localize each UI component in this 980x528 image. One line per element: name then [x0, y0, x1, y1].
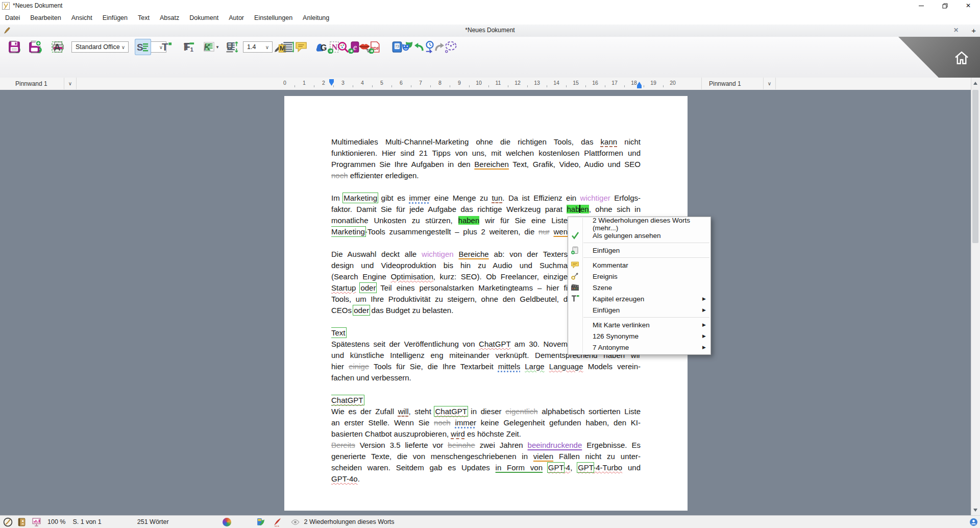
redo-button[interactable] [432, 39, 448, 55]
text-line[interactable]: generierte Texte, die von menschengeschr… [331, 451, 641, 462]
pinboard-select-right[interactable]: Pinnwand 1 ∨ [701, 78, 776, 89]
menu-item-2-wiederholungen-dieses-worts-mehr[interactable]: 2 Wiederholungen dieses Worts (mehr...) [568, 219, 710, 230]
text-line[interactable]: Bereits Version 3.5 lieferte vor beinahe… [331, 440, 641, 451]
text-line[interactable]: noch effizienter erledigen. [331, 170, 641, 181]
text-line[interactable]: Multimediales Multi-Channel-Marketing oh… [331, 136, 641, 148]
text-run: , steht [408, 407, 435, 416]
menu-item-einfügen[interactable]: Einfügen▶ [568, 304, 710, 316]
menu-item-szene[interactable]: Szene [568, 282, 710, 293]
ruler-tick [314, 85, 314, 87]
text-line[interactable]: an erster Stelle. Wenn Sie noch immer ke… [331, 417, 641, 428]
close-button[interactable]: ✕ [957, 0, 980, 11]
chevron-down-icon[interactable]: ▼ [215, 45, 219, 50]
new-tab-button[interactable]: + [971, 26, 976, 35]
tab-close-icon[interactable]: ✕ [953, 27, 959, 34]
text-line[interactable]: Programmen Sie Ihre Aufgaben in den Bere… [331, 159, 641, 170]
menu-anleitung[interactable]: Anleitung [298, 12, 334, 23]
menu-ansicht[interactable]: Ansicht [66, 12, 97, 23]
save-button[interactable] [6, 39, 22, 55]
text-line[interactable]: monatliche Unkosten zu stürzen, haben wi… [331, 215, 568, 226]
text-line[interactable]: GPT-4o. [331, 473, 641, 485]
text-line[interactable]: hier einige Tools für Sie, die Ihre Text… [331, 361, 641, 372]
minimize-button[interactable] [910, 0, 933, 11]
text-line[interactable]: Startup oder Teil eines personalstarken … [331, 282, 568, 294]
text-search-button[interactable] [335, 39, 351, 55]
menu-item-mit-karte-verlinken[interactable]: Mit Karte verlinken▶ [568, 319, 710, 330]
text-line[interactable]: basierten Chatbot auszuprobieren, wird e… [331, 428, 641, 440]
page-indicator[interactable]: S. 1 von 1 [72, 518, 101, 525]
menu-item-kommentar[interactable]: Kommentar [568, 259, 710, 271]
menu-item-7-antonyme[interactable]: 7 Antonyme▶ [568, 342, 710, 353]
restore-button[interactable] [933, 0, 957, 11]
text-line[interactable]: fachen und verbessern. [331, 372, 641, 383]
speech-output-button[interactable] [356, 39, 373, 55]
address-book-icon[interactable] [17, 517, 27, 527]
paragraph-style-combo[interactable]: Standard Office∨ [71, 41, 129, 53]
tab-document[interactable]: *Neues Dokument [0, 27, 980, 34]
menu-text[interactable]: Text [133, 12, 155, 23]
corner-widget-icon[interactable] [969, 517, 978, 527]
menu-bearbeiten[interactable]: Bearbeiten [25, 12, 66, 23]
papyrus-logo-icon[interactable] [3, 517, 13, 527]
text-line[interactable]: Die Auswahl deckt alle wichtigen Bereich… [331, 249, 568, 260]
menu-einstellungen[interactable]: Einstellungen [249, 12, 298, 23]
save-as-button[interactable] [27, 39, 43, 55]
menu-einfügen[interactable]: Einfügen [97, 12, 133, 23]
chevron-down-icon[interactable]: ∨ [121, 44, 125, 50]
format-character-button[interactable]: A [49, 39, 65, 55]
text-line[interactable]: funktionieren. Hier sind 21 Tipps von un… [331, 148, 641, 159]
text-line[interactable]: faktor. Damit Sie für jede Aufgabe das r… [331, 204, 641, 215]
text-line[interactable]: scheiden waren. Seitdem gab es Updates i… [331, 462, 641, 473]
home-icon [952, 49, 971, 67]
statistics-board-icon[interactable] [32, 517, 41, 527]
zoom-level[interactable]: 100 % [47, 518, 65, 525]
indent-spacing-button[interactable] [224, 39, 240, 55]
pinboard-select-left[interactable]: Pinnwand 1 ∨ [0, 78, 77, 89]
chevron-down-icon[interactable]: ∨ [64, 78, 76, 89]
word-count[interactable]: 251 Wörter [137, 518, 169, 525]
ruler-tick [566, 85, 567, 87]
menu-item-ereignis[interactable]: Ereignis [568, 271, 710, 282]
menu-item-kapitel-erzeugen[interactable]: Kapitel erzeugen▶ [568, 293, 710, 304]
style-catalog-button[interactable]: S [135, 39, 151, 55]
menu-autor[interactable]: Autor [224, 12, 249, 23]
undo-button[interactable] [410, 39, 427, 55]
text-line[interactable]: Wie es der Zufall will, steht ChatGPT in… [331, 406, 641, 417]
menu-absatz[interactable]: Absatz [155, 12, 184, 23]
menu-item-einfügen[interactable]: Einfügen [568, 245, 710, 256]
title-numbered-button[interactable]: T1 [181, 39, 197, 55]
text-line[interactable]: Spätestens seit der Veröffentlichung von… [331, 339, 568, 350]
menu-dokument[interactable]: Dokument [184, 12, 224, 23]
organizer-icon[interactable] [256, 517, 265, 527]
menu-item-126-synonyme[interactable]: 126 Synonyme▶ [568, 330, 710, 342]
text-line[interactable]: Tools, um Ihre Produktivität zu steigern… [331, 294, 568, 305]
marked-text: Large [525, 362, 544, 371]
line-spacing-button[interactable] [280, 39, 296, 55]
text-run: . [358, 474, 360, 483]
text-line[interactable]: ChatGPT [331, 395, 641, 406]
indent-marker-right[interactable] [637, 82, 642, 88]
menu-datei[interactable]: Datei [0, 12, 25, 23]
readability-button[interactable]: 73 [389, 39, 405, 55]
scroll-up-icon[interactable] [973, 82, 977, 85]
chevron-down-icon[interactable]: ∨ [265, 44, 269, 50]
text-line[interactable]: Im Marketing gibt es immer eine Menge zu… [331, 193, 641, 204]
scrollbar-thumb[interactable] [972, 90, 978, 243]
duden-check-button[interactable]: G [313, 39, 329, 55]
menu-item-als-gelungen-ansehen[interactable]: Als gelungen ansehen [568, 230, 710, 241]
text-line[interactable]: design und Videoproduktion bis hin zu Au… [331, 260, 568, 271]
line-spacing-combo[interactable]: 1.4∨ [243, 41, 273, 53]
color-wheel-icon[interactable] [223, 518, 231, 526]
title-format-button[interactable]: T [158, 39, 175, 55]
style-check-quill-icon[interactable] [273, 517, 282, 527]
ruler-tick [488, 85, 489, 87]
chevron-down-icon[interactable]: ∨ [763, 78, 775, 89]
text-line[interactable]: (Search Engine Optimisation, kurz: SEO).… [331, 271, 568, 282]
list-format-button[interactable]: ▼ [203, 39, 219, 55]
marked-text: in Form von [496, 463, 543, 472]
text-run: monatliche Unkosten zu stürzen, [331, 216, 458, 225]
scroll-down-icon[interactable] [973, 509, 977, 512]
text-line[interactable]: Marketing-Tools zusammengestellt – plus … [331, 226, 568, 237]
vertical-scrollbar[interactable] [971, 78, 980, 516]
readability-eye-icon[interactable] [290, 517, 300, 527]
